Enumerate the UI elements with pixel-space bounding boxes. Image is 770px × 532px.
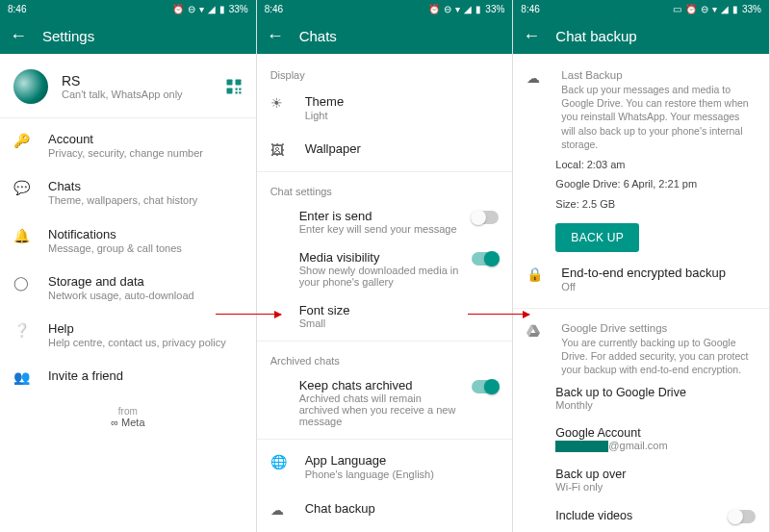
chats-item-app-language[interactable]: 🌐 App Language Phone's language (English… bbox=[257, 443, 513, 491]
last-backup-desc: Back up your messages and media to Googl… bbox=[561, 83, 756, 151]
settings-item-notifications[interactable]: 🔔 Notifications Message, group & call to… bbox=[0, 217, 256, 265]
cloud-upload-icon: ☁ bbox=[270, 502, 288, 518]
backup-gdrive: Google Drive: 6 April, 2:21 pm bbox=[513, 176, 769, 196]
globe-icon: 🌐 bbox=[270, 454, 288, 469]
statusbar-time: 8:46 bbox=[521, 4, 539, 14]
gdrive-desc: You are currently backing up to Google D… bbox=[561, 336, 756, 377]
item-sub: Privacy, security, change number bbox=[48, 146, 243, 160]
settings-item-chats[interactable]: 💬 Chats Theme, wallpapers, chat history bbox=[0, 169, 256, 216]
chats-item-keep-archived[interactable]: Keep chats archived Archived chats will … bbox=[257, 370, 513, 435]
header: ← Chat backup bbox=[513, 17, 769, 54]
settings-item-help[interactable]: ❔ Help Help centre, contact us, privacy … bbox=[0, 312, 256, 359]
people-icon: 👥 bbox=[13, 369, 31, 385]
dnd-icon: ⊖ bbox=[188, 4, 195, 14]
back-icon[interactable]: ← bbox=[10, 26, 27, 46]
item-title: Media visibility bbox=[299, 250, 463, 265]
backup-item-google-account[interactable]: Google Account @gmail.com bbox=[513, 418, 769, 460]
statusbar-right: ▭ ⏰ ⊖ ▾ ◢ ▮ 33% bbox=[673, 4, 761, 14]
divider bbox=[0, 117, 256, 118]
header: ← Settings bbox=[0, 17, 256, 54]
bell-icon: 🔔 bbox=[13, 228, 31, 243]
qr-icon[interactable] bbox=[225, 78, 243, 95]
statusbar: 8:46 ▭ ⏰ ⊖ ▾ ◢ ▮ 33% bbox=[513, 0, 769, 17]
header-title: Chats bbox=[299, 28, 337, 44]
key-icon: 🔑 bbox=[13, 133, 31, 148]
toggle-keep-archived[interactable] bbox=[472, 380, 499, 393]
item-title: Chat backup bbox=[305, 501, 500, 516]
item-title: Font size bbox=[299, 303, 500, 317]
item-sub: Theme, wallpapers, chat history bbox=[48, 193, 243, 207]
item-title: Storage and data bbox=[48, 274, 243, 289]
item-title: Invite a friend bbox=[48, 368, 243, 383]
screen-chats: 8:46 ⏰ ⊖ ▾ ◢ ▮ 33% ← Chats Display ☀ The… bbox=[257, 0, 514, 532]
statusbar-right: ⏰ ⊖ ▾ ◢ ▮ 33% bbox=[172, 4, 248, 14]
dnd-icon: ⊖ bbox=[444, 4, 451, 14]
step-arrow-2 bbox=[468, 314, 529, 315]
chats-item-enter-send[interactable]: Enter is send Enter key will send your m… bbox=[257, 201, 513, 242]
divider bbox=[513, 308, 769, 309]
backup-item-backup-to-gdrive[interactable]: Back up to Google Drive Monthly bbox=[513, 378, 769, 418]
cloud-upload-icon: ☁ bbox=[526, 70, 544, 86]
battery-icon: ▮ bbox=[219, 4, 225, 14]
dnd-icon: ⊖ bbox=[701, 4, 708, 14]
section-chat-settings: Chat settings bbox=[257, 176, 513, 201]
toggle-include-videos[interactable] bbox=[729, 510, 756, 523]
header-title: Chat backup bbox=[555, 28, 636, 44]
profile-row[interactable]: RS Can't talk, WhatsApp only bbox=[0, 60, 256, 114]
divider bbox=[257, 341, 513, 342]
divider bbox=[257, 439, 513, 440]
backup-item-include-videos[interactable]: Include videos bbox=[513, 500, 769, 531]
item-sub: Enter key will send your message bbox=[299, 223, 463, 235]
svg-rect-4 bbox=[239, 89, 241, 90]
back-icon[interactable]: ← bbox=[267, 26, 284, 46]
toggle-enter-send[interactable] bbox=[472, 211, 499, 224]
settings-item-storage[interactable]: ◯ Storage and data Network usage, auto-d… bbox=[0, 265, 256, 312]
item-sub: Network usage, auto-download bbox=[48, 289, 243, 302]
meta-logo-icon: ∞ bbox=[111, 417, 121, 428]
item-sub: Phone's language (English) bbox=[305, 468, 500, 481]
svg-rect-1 bbox=[235, 80, 241, 86]
svg-rect-3 bbox=[235, 89, 237, 90]
item-title: Enter is send bbox=[299, 209, 463, 223]
item-title: Theme bbox=[305, 94, 500, 109]
backup-size: Size: 2.5 GB bbox=[513, 196, 769, 216]
wifi-icon: ▾ bbox=[712, 4, 717, 14]
chats-item-theme[interactable]: ☀ Theme Light bbox=[257, 85, 513, 132]
wallpaper-icon: 🖼 bbox=[270, 142, 288, 158]
section-archived: Archived chats bbox=[257, 345, 513, 370]
statusbar-time: 8:46 bbox=[265, 4, 283, 14]
screenshot-icon: ▭ bbox=[673, 4, 681, 14]
from-label: from bbox=[0, 406, 256, 417]
gdrive-settings-section: Google Drive settings You are currently … bbox=[513, 313, 769, 379]
signal-icon: ◢ bbox=[721, 4, 729, 14]
back-icon[interactable]: ← bbox=[523, 26, 540, 46]
chats-item-wallpaper[interactable]: 🖼 Wallpaper bbox=[257, 132, 513, 167]
item-title: Back up over bbox=[555, 468, 756, 481]
screen-chat-backup: 8:46 ▭ ⏰ ⊖ ▾ ◢ ▮ 33% ← Chat backup ☁ Las… bbox=[513, 0, 770, 532]
chats-item-chat-history[interactable]: ⟲ Chat history bbox=[257, 527, 513, 532]
section-display: Display bbox=[257, 60, 513, 85]
backup-item-backup-over[interactable]: Back up over Wi-Fi only bbox=[513, 460, 769, 500]
last-backup-label: Last Backup bbox=[561, 69, 756, 81]
brightness-icon: ☀ bbox=[270, 95, 288, 111]
item-title: Chats bbox=[48, 179, 243, 193]
chats-item-font-size[interactable]: Font size Small bbox=[257, 295, 513, 337]
svg-rect-0 bbox=[226, 80, 232, 86]
battery-icon: ▮ bbox=[475, 4, 481, 14]
backup-item-e2e[interactable]: 🔒 End-to-end encrypted backup Off bbox=[513, 256, 769, 303]
item-title: End-to-end encrypted backup bbox=[561, 266, 756, 280]
header: ← Chats bbox=[257, 17, 513, 54]
settings-item-account[interactable]: 🔑 Account Privacy, security, change numb… bbox=[0, 122, 256, 169]
last-backup-section: ☁ Last Backup Back up your messages and … bbox=[513, 60, 769, 153]
item-sub: Off bbox=[561, 280, 756, 293]
chats-item-chat-backup[interactable]: ☁ Chat backup bbox=[257, 492, 513, 527]
screen-settings: 8:46 ⏰ ⊖ ▾ ◢ ▮ 33% ← Settings RS Can't t… bbox=[0, 0, 257, 532]
step-arrow-1 bbox=[216, 314, 281, 315]
toggle-media-visibility[interactable] bbox=[472, 252, 499, 266]
profile-status: Can't talk, WhatsApp only bbox=[62, 89, 212, 100]
svg-rect-6 bbox=[239, 91, 241, 93]
chats-item-media-visibility[interactable]: Media visibility Show newly downloaded m… bbox=[257, 242, 513, 295]
settings-item-invite[interactable]: 👥 Invite a friend bbox=[0, 359, 256, 394]
google-account-value: @gmail.com bbox=[555, 440, 756, 452]
backup-button[interactable]: BACK UP bbox=[555, 223, 639, 252]
